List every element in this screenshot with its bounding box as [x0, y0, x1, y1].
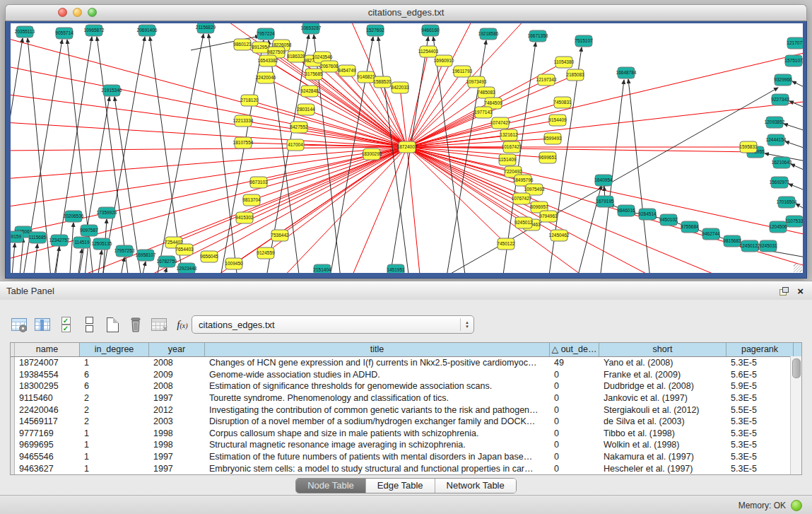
table-row[interactable]: 969969511998Structural magnetic resonanc…	[11, 439, 801, 451]
cell-pagerank[interactable]: 5.5E-5	[726, 405, 794, 415]
graph-node[interactable]: 7654403	[175, 244, 194, 255]
resize-grip-icon[interactable]	[794, 264, 802, 272]
graph-node[interactable]: 10767427	[512, 193, 532, 204]
network-window-titlebar[interactable]: citations_edges.txt	[5, 4, 807, 21]
cell-short[interactable]: Franke et al. (2009)	[599, 370, 726, 380]
delete-entry-icon[interactable]	[126, 315, 145, 334]
cell-name[interactable]: 9465546	[15, 452, 80, 462]
cell-in_degree[interactable]: 2	[80, 405, 149, 415]
cell-year[interactable]: 2012	[149, 405, 205, 415]
table-row[interactable]: 911546021997Tourette syndrome. Phenomeno…	[11, 392, 801, 404]
graph-node[interactable]: 18724007	[397, 141, 418, 153]
graph-node[interactable]: 19218586	[478, 28, 499, 40]
graph-edge[interactable]	[33, 244, 37, 273]
cell-in_degree[interactable]: 2	[80, 416, 149, 426]
graph-edge[interactable]	[785, 141, 803, 150]
citation-network-graph[interactable]: 2035511390557141096587220691406211568297…	[11, 23, 803, 273]
graph-node[interactable]: 10965872	[84, 25, 105, 36]
cell-in_degree[interactable]: 1	[80, 440, 149, 450]
network-canvas[interactable]: 2035511390557141096587220691406211568297…	[11, 23, 803, 273]
graph-node[interactable]: 9794963	[539, 211, 558, 222]
graph-node[interactable]: 8422033	[391, 82, 409, 93]
graph-node[interactable]: 2185083	[566, 69, 584, 81]
cell-pagerank[interactable]: 5.3E-5	[726, 452, 794, 462]
graph-node[interactable]: 8427552	[290, 122, 308, 133]
cell-pagerank[interactable]: 5.3E-5	[726, 416, 794, 426]
graph-node[interactable]: 9462744	[702, 228, 720, 240]
graph-node[interactable]: 12213334	[233, 115, 254, 127]
show-column-icon[interactable]	[33, 315, 52, 334]
cell-year[interactable]: 1997	[149, 452, 205, 462]
cell-out_de[interactable]: 0	[550, 393, 599, 403]
graph-node[interactable]: 9154409	[548, 115, 567, 126]
cell-short[interactable]: Stergiakouli et al. (2012)	[599, 405, 726, 415]
graph-node[interactable]: 1977143	[474, 107, 493, 118]
graph-node[interactable]: 7536442	[271, 230, 289, 241]
graph-node[interactable]: 1151409	[499, 154, 517, 165]
table-row[interactable]: 977716911998Corpus callosum shape and si…	[11, 428, 801, 440]
graph-edge[interactable]	[11, 147, 407, 151]
graph-node[interactable]: 2803144	[297, 104, 315, 115]
table-row[interactable]: 1456911722003Disruption of a novel membe…	[11, 416, 801, 428]
cell-short[interactable]: Dudbridge et al. (2008)	[599, 381, 726, 391]
graph-node[interactable]: 8599493	[543, 133, 562, 144]
cell-name[interactable]: 14569117	[15, 416, 80, 426]
graph-node[interactable]: 9450102	[659, 214, 678, 226]
cell-out_de[interactable]: 0	[550, 452, 599, 462]
cell-out_de[interactable]: 49	[550, 358, 599, 368]
graph-node[interactable]: 16958107	[136, 250, 156, 261]
column-header-pagerank[interactable]: pagerank	[726, 343, 794, 356]
cell-name[interactable]: 9463627	[15, 464, 80, 474]
cell-title[interactable]: Structural magnetic resonance image aver…	[205, 440, 550, 450]
graph-node[interactable]: 9227343	[771, 94, 789, 105]
graph-edge[interactable]	[407, 147, 420, 273]
graph-node[interactable]: 1595831	[739, 141, 758, 153]
graph-edge[interactable]	[209, 147, 407, 257]
table-row[interactable]: 1872400712008Changes of HCN gene express…	[11, 357, 801, 369]
cell-year[interactable]: 2008	[149, 381, 205, 391]
graph-node[interactable]: 1107533	[786, 216, 803, 227]
graph-node[interactable]: 12444154	[766, 134, 787, 146]
graph-edge[interactable]	[184, 147, 407, 250]
cell-out_de[interactable]: 0	[550, 440, 599, 450]
cell-in_degree[interactable]: 1	[80, 452, 149, 462]
graph-edge[interactable]	[141, 262, 146, 273]
graph-node[interactable]: 10653287	[301, 23, 322, 34]
graph-node[interactable]: 7450831	[553, 97, 572, 108]
graph-node[interactable]: 9284514	[638, 209, 657, 220]
cell-name[interactable]: 19384554	[15, 370, 80, 380]
graph-edge[interactable]	[628, 79, 651, 273]
column-header-year[interactable]: year	[149, 343, 205, 356]
graph-node[interactable]: 9699651	[539, 152, 557, 163]
table-row[interactable]: 1938455462009Genome-wide association stu…	[11, 369, 801, 381]
graph-edge[interactable]	[378, 37, 410, 273]
graph-edge[interactable]	[407, 23, 526, 147]
cell-title[interactable]: Disruption of a novel member of a sodium…	[205, 416, 550, 426]
graph-node[interactable]: 1527602	[366, 25, 384, 36]
cell-title[interactable]: Changes of HCN gene expression and I(f) …	[205, 358, 550, 368]
graph-node[interactable]: 12093852	[765, 117, 785, 128]
cell-pagerank[interactable]: 5.3E-5	[726, 358, 794, 368]
table-selector-dropdown[interactable]: citations_edges.txt ▲▼	[192, 315, 474, 334]
graph-edge[interactable]	[249, 100, 407, 147]
graph-node[interactable]: 20691406	[137, 25, 158, 36]
graph-node[interactable]: 1679195	[596, 196, 614, 207]
graph-node[interactable]: 39159	[11, 231, 23, 243]
cell-short[interactable]: Yano et al. (2008)	[599, 358, 726, 368]
graph-node[interactable]: 19611793	[452, 66, 473, 77]
graph-node[interactable]: 1204506	[769, 221, 787, 233]
tab-network-table[interactable]: Network Table	[435, 479, 516, 493]
graph-node[interactable]: 12450122	[740, 240, 760, 252]
cell-pagerank[interactable]: 5.6E-5	[726, 370, 794, 380]
cell-out_de[interactable]: 0	[550, 370, 599, 380]
table-row[interactable]: 2242004622012Investigating the contribut…	[11, 404, 801, 416]
graph-node[interactable]: 114519	[73, 237, 90, 248]
function-builder-icon[interactable]: f(x)	[173, 315, 192, 334]
graph-node[interactable]: 16960910	[434, 55, 454, 66]
cell-name[interactable]: 22420046	[15, 405, 80, 415]
table-options-icon[interactable]	[10, 315, 28, 334]
graph-node[interactable]: 18107554	[233, 137, 254, 148]
cell-year[interactable]: 1997	[149, 464, 205, 474]
graph-node[interactable]: 2718120	[240, 95, 259, 106]
graph-edge[interactable]	[69, 223, 73, 273]
